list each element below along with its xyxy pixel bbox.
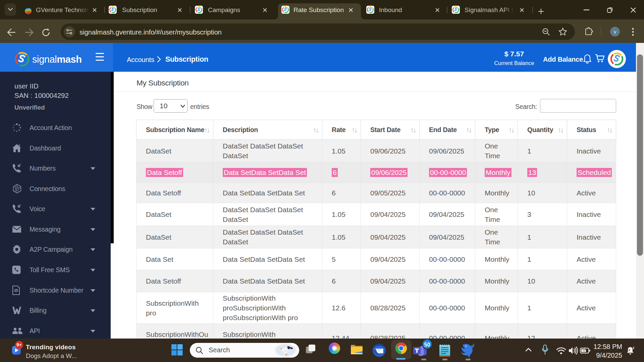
svg-text:z: z (633, 346, 635, 350)
svg-text:z: z (629, 348, 630, 352)
